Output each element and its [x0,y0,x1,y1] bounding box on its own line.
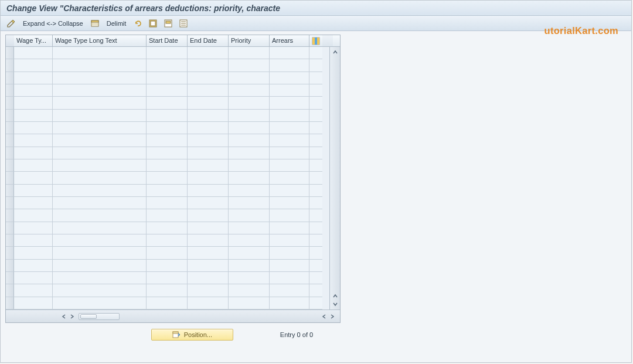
row-selector[interactable] [6,122,14,134]
cell-wage-type-long[interactable] [53,147,147,159]
table-row[interactable] [6,84,329,97]
col-header-priority[interactable]: Priority [229,35,270,46]
cell-wage-type[interactable] [14,84,53,97]
cell-wage-type-long[interactable] [53,272,147,284]
cell-arrears[interactable] [270,59,309,72]
cell-end-date[interactable] [188,147,229,159]
cell-wage-type-long[interactable] [53,72,147,84]
cell-priority[interactable] [229,84,270,97]
cell-priority[interactable] [229,185,270,197]
scroll-up-button-bottom[interactable] [331,292,339,300]
row-selector[interactable] [6,197,14,209]
cell-wage-type[interactable] [14,159,53,172]
table-row[interactable] [6,222,329,234]
cell-wage-type-long[interactable] [53,134,147,147]
cell-wage-type[interactable] [14,297,53,309]
row-selector[interactable] [6,97,14,109]
cell-wage-type-long[interactable] [53,234,147,247]
row-selector[interactable] [6,284,14,297]
cell-arrears[interactable] [270,197,309,209]
cell-wage-type[interactable] [14,234,53,247]
cell-start-date[interactable] [147,134,188,147]
cell-arrears[interactable] [270,110,309,122]
cell-end-date[interactable] [188,260,229,272]
cell-arrears[interactable] [270,272,309,284]
select-block-button[interactable] [161,18,175,29]
table-row[interactable] [6,209,329,222]
col-header-start-date[interactable]: Start Date [147,35,188,46]
hscroll-right-button[interactable] [68,312,76,321]
cell-arrears[interactable] [270,284,309,297]
cell-wage-type[interactable] [14,247,53,259]
cell-wage-type-long[interactable] [53,247,147,259]
table-row[interactable] [6,122,329,134]
cell-wage-type[interactable] [14,260,53,272]
cell-priority[interactable] [229,134,270,147]
row-selector[interactable] [6,209,14,222]
vscroll-track[interactable] [330,56,340,292]
cell-arrears[interactable] [270,134,309,147]
cell-wage-type-long[interactable] [53,59,147,72]
table-row[interactable] [6,159,329,172]
expand-collapse-button[interactable]: Expand <-> Collapse [19,20,87,27]
row-selector[interactable] [6,59,14,72]
table-row[interactable] [6,197,329,209]
row-selector[interactable] [6,72,14,84]
select-all-header[interactable] [6,35,14,46]
cell-priority[interactable] [229,72,270,84]
cell-start-date[interactable] [147,260,188,272]
cell-priority[interactable] [229,297,270,309]
cell-wage-type[interactable] [14,147,53,159]
hscroll-left-end-button[interactable] [320,312,328,321]
table-row[interactable] [6,97,329,109]
cell-wage-type[interactable] [14,209,53,222]
cell-end-date[interactable] [188,172,229,184]
col-header-end-date[interactable]: End Date [188,35,229,46]
hscroll-track[interactable] [79,313,120,320]
cell-start-date[interactable] [147,297,188,309]
cell-arrears[interactable] [270,209,309,222]
change-display-button[interactable] [4,18,18,29]
cell-wage-type[interactable] [14,47,53,59]
cell-priority[interactable] [229,247,270,259]
cell-arrears[interactable] [270,247,309,259]
cell-start-date[interactable] [147,59,188,72]
row-selector[interactable] [6,297,14,309]
cell-start-date[interactable] [147,222,188,234]
cell-end-date[interactable] [188,59,229,72]
table-row[interactable] [6,47,329,59]
cell-start-date[interactable] [147,47,188,59]
table-row[interactable] [6,185,329,197]
cell-wage-type[interactable] [14,222,53,234]
cell-priority[interactable] [229,47,270,59]
delimit-button[interactable]: Delimit [103,20,130,27]
cell-end-date[interactable] [188,185,229,197]
cell-arrears[interactable] [270,122,309,134]
cell-arrears[interactable] [270,172,309,184]
cell-wage-type-long[interactable] [53,209,147,222]
cell-start-date[interactable] [147,247,188,259]
cell-priority[interactable] [229,234,270,247]
table-row[interactable] [6,260,329,272]
cell-wage-type[interactable] [14,284,53,297]
cell-arrears[interactable] [270,260,309,272]
cell-start-date[interactable] [147,97,188,109]
cell-priority[interactable] [229,222,270,234]
cell-wage-type-long[interactable] [53,110,147,122]
scroll-down-button[interactable] [331,300,339,308]
cell-priority[interactable] [229,284,270,297]
cell-end-date[interactable] [188,272,229,284]
row-selector[interactable] [6,172,14,184]
row-selector[interactable] [6,134,14,147]
hscroll-thumb[interactable] [80,314,97,319]
cell-wage-type[interactable] [14,272,53,284]
row-selector[interactable] [6,222,14,234]
table-row[interactable] [6,247,329,259]
cell-wage-type-long[interactable] [53,97,147,109]
cell-wage-type-long[interactable] [53,260,147,272]
cell-wage-type-long[interactable] [53,185,147,197]
cell-priority[interactable] [229,122,270,134]
cell-end-date[interactable] [188,159,229,172]
undo-button[interactable] [131,18,145,29]
row-selector[interactable] [6,272,14,284]
